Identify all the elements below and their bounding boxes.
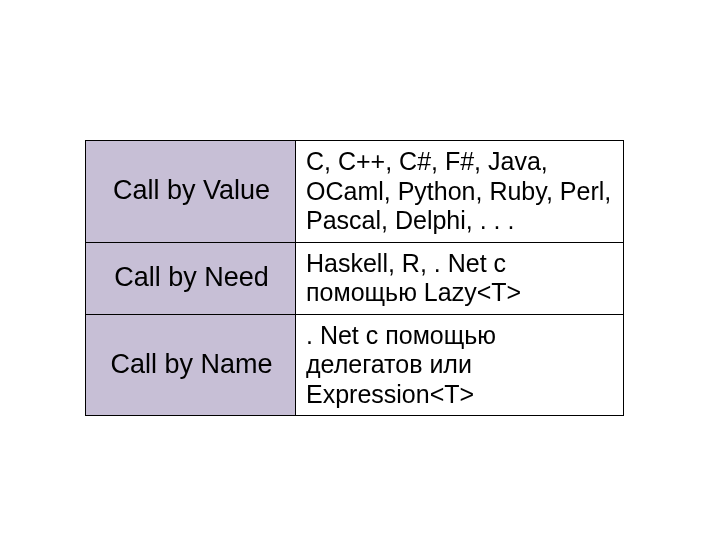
strategy-label: Call by Name bbox=[86, 314, 296, 416]
table-row: Call by Need Haskell, R, . Net с помощью… bbox=[86, 242, 624, 314]
strategy-label: Call by Need bbox=[86, 242, 296, 314]
strategy-desc: . Net с помощью делегатов или Expression… bbox=[296, 314, 624, 416]
slide: Call by Value C, C++, C#, F#, Java, OCam… bbox=[0, 0, 720, 540]
strategy-label: Call by Value bbox=[86, 141, 296, 243]
evaluation-strategies-table: Call by Value C, C++, C#, F#, Java, OCam… bbox=[85, 140, 624, 416]
table-row: Call by Name . Net с помощью делегатов и… bbox=[86, 314, 624, 416]
table-row: Call by Value C, C++, C#, F#, Java, OCam… bbox=[86, 141, 624, 243]
strategy-desc: Haskell, R, . Net с помощью Lazy<T> bbox=[296, 242, 624, 314]
strategy-desc: C, C++, C#, F#, Java, OCaml, Python, Rub… bbox=[296, 141, 624, 243]
